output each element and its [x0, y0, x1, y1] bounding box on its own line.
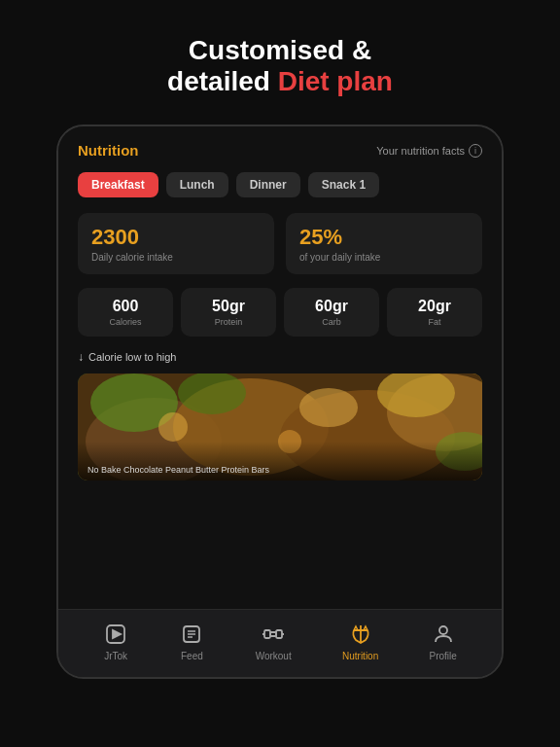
- app-content: Nutrition Your nutrition facts i Breakfa…: [58, 126, 502, 609]
- macro-protein-value: 50gr: [189, 298, 268, 315]
- macro-protein: 50gr Protein: [181, 288, 276, 337]
- hero-line1: Customised &: [167, 35, 393, 66]
- meal-tabs: Breakfast Lunch Dinner Snack 1: [78, 172, 482, 197]
- play-icon: [103, 622, 128, 647]
- nav-item-profile[interactable]: Profile: [430, 622, 457, 661]
- food-image-overlay: [78, 442, 482, 480]
- sort-arrow-icon: ↓: [78, 350, 84, 364]
- macro-carb: 60gr Carb: [284, 288, 379, 337]
- macro-carb-value: 60gr: [292, 298, 371, 315]
- macro-carb-label: Carb: [292, 317, 371, 327]
- nav-items: JrTok Feed: [78, 622, 482, 661]
- svg-point-25: [439, 626, 447, 634]
- tab-lunch[interactable]: Lunch: [166, 172, 228, 197]
- svg-rect-20: [276, 630, 282, 638]
- macro-calories-value: 600: [86, 298, 165, 315]
- sort-label: ↓ Calorie low to high: [78, 350, 482, 364]
- hero-section: Customised & detailed Diet plan: [167, 35, 393, 97]
- nav-item-workout[interactable]: Workout: [256, 622, 292, 661]
- daily-intake-box: 25% of your daily intake: [286, 213, 482, 274]
- nav-item-feed[interactable]: Feed: [179, 622, 204, 661]
- svg-point-9: [158, 412, 188, 442]
- app-header: Nutrition Your nutrition facts i: [78, 142, 482, 159]
- daily-calorie-value: 2300: [91, 225, 261, 250]
- macro-fat-value: 20gr: [395, 298, 474, 315]
- macro-protein-label: Protein: [189, 317, 268, 327]
- food-image[interactable]: No Bake Chocolate Peanut Butter Protein …: [78, 374, 482, 480]
- svg-point-6: [178, 374, 246, 414]
- workout-icon: [261, 622, 286, 647]
- nav-label-jrtok: JrTok: [104, 651, 127, 661]
- macro-calories-label: Calories: [86, 317, 165, 327]
- nav-item-jrtok[interactable]: JrTok: [103, 622, 128, 661]
- app-title: Nutrition: [78, 142, 138, 159]
- hero-highlight: Diet plan: [278, 66, 393, 96]
- nav-label-feed: Feed: [181, 651, 203, 661]
- nutrition-icon: [348, 622, 373, 647]
- nutrition-facts-label: Your nutrition facts i: [376, 144, 482, 158]
- macro-fat: 20gr Fat: [387, 288, 482, 337]
- daily-calorie-label: Daily calorie intake: [91, 252, 261, 263]
- feed-icon: [179, 622, 204, 647]
- daily-intake-label: of your daily intake: [299, 252, 469, 263]
- macro-fat-label: Fat: [395, 317, 474, 327]
- food-caption: No Bake Chocolate Peanut Butter Protein …: [88, 465, 269, 475]
- svg-rect-19: [264, 630, 270, 638]
- bottom-nav: JrTok Feed: [58, 609, 502, 677]
- nav-label-nutrition: Nutrition: [342, 651, 378, 661]
- nav-item-nutrition[interactable]: Nutrition: [342, 622, 378, 661]
- tab-breakfast[interactable]: Breakfast: [78, 172, 158, 197]
- phone-mockup: Nutrition Your nutrition facts i Breakfa…: [56, 124, 504, 679]
- nav-label-profile: Profile: [430, 651, 457, 661]
- tab-snack1[interactable]: Snack 1: [308, 172, 379, 197]
- daily-intake-value: 25%: [299, 225, 469, 250]
- svg-point-8: [299, 388, 358, 427]
- macro-calories: 600 Calories: [78, 288, 173, 337]
- profile-icon: [431, 622, 456, 647]
- macro-row: 600 Calories 50gr Protein 60gr Carb 20gr…: [78, 288, 482, 337]
- hero-line2: detailed Diet plan: [167, 66, 393, 97]
- daily-calorie-box: 2300 Daily calorie intake: [78, 213, 274, 274]
- nav-label-workout: Workout: [256, 651, 292, 661]
- info-icon[interactable]: i: [469, 144, 482, 158]
- svg-marker-13: [113, 630, 121, 638]
- tab-dinner[interactable]: Dinner: [236, 172, 300, 197]
- hero-line2-plain: detailed: [167, 66, 278, 96]
- calorie-stats: 2300 Daily calorie intake 25% of your da…: [78, 213, 482, 274]
